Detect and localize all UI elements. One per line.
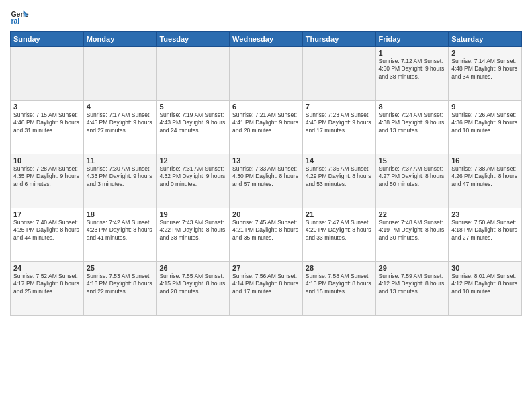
col-header-monday: Monday [83, 32, 157, 47]
day-info: Sunrise: 7:37 AM Sunset: 4:27 PM Dayligh… [379, 165, 446, 188]
calendar-cell: 29Sunrise: 7:59 AM Sunset: 4:12 PM Dayli… [375, 262, 449, 316]
day-number: 2 [451, 49, 519, 57]
day-number: 9 [451, 103, 519, 111]
day-info: Sunrise: 7:30 AM Sunset: 4:33 PM Dayligh… [87, 165, 154, 188]
day-number: 23 [451, 210, 519, 218]
calendar-cell: 22Sunrise: 7:48 AM Sunset: 4:19 PM Dayli… [375, 208, 449, 262]
day-info: Sunrise: 7:45 AM Sunset: 4:21 PM Dayligh… [232, 219, 300, 242]
day-number: 16 [451, 156, 519, 165]
day-info: Sunrise: 7:33 AM Sunset: 4:30 PM Dayligh… [232, 165, 300, 188]
header: Gene ral [10, 7, 522, 26]
day-info: Sunrise: 7:43 AM Sunset: 4:22 PM Dayligh… [159, 219, 226, 242]
day-number: 15 [379, 156, 446, 165]
calendar: SundayMondayTuesdayWednesdayThursdayFrid… [10, 31, 522, 316]
day-info: Sunrise: 7:53 AM Sunset: 4:16 PM Dayligh… [87, 273, 154, 295]
calendar-cell: 15Sunrise: 7:37 AM Sunset: 4:27 PM Dayli… [375, 154, 449, 208]
day-info: Sunrise: 7:56 AM Sunset: 4:14 PM Dayligh… [232, 273, 300, 295]
calendar-cell: 2Sunrise: 7:14 AM Sunset: 4:48 PM Daylig… [449, 47, 522, 101]
svg-text:ral: ral [11, 17, 19, 25]
day-number: 26 [159, 264, 226, 272]
day-number: 5 [159, 103, 226, 111]
calendar-cell: 13Sunrise: 7:33 AM Sunset: 4:30 PM Dayli… [230, 154, 303, 208]
calendar-cell: 23Sunrise: 7:50 AM Sunset: 4:18 PM Dayli… [449, 208, 522, 262]
day-number: 18 [87, 210, 154, 218]
day-info: Sunrise: 7:19 AM Sunset: 4:43 PM Dayligh… [159, 111, 226, 134]
calendar-cell: 16Sunrise: 7:38 AM Sunset: 4:26 PM Dayli… [449, 154, 522, 208]
day-number: 25 [87, 264, 154, 272]
day-info: Sunrise: 7:31 AM Sunset: 4:32 PM Dayligh… [159, 165, 226, 188]
col-header-sunday: Sunday [11, 32, 84, 47]
day-info: Sunrise: 7:40 AM Sunset: 4:25 PM Dayligh… [13, 219, 81, 242]
day-number: 12 [159, 156, 226, 165]
week-row-5: 24Sunrise: 7:52 AM Sunset: 4:17 PM Dayli… [11, 262, 522, 316]
day-number: 7 [306, 103, 373, 111]
col-header-thursday: Thursday [302, 32, 375, 47]
calendar-cell: 12Sunrise: 7:31 AM Sunset: 4:32 PM Dayli… [157, 154, 230, 208]
day-info: Sunrise: 7:50 AM Sunset: 4:18 PM Dayligh… [451, 219, 519, 242]
calendar-cell: 25Sunrise: 7:53 AM Sunset: 4:16 PM Dayli… [83, 262, 157, 316]
day-number: 28 [306, 264, 373, 272]
calendar-cell [11, 47, 84, 101]
day-number: 20 [232, 210, 300, 218]
week-row-3: 10Sunrise: 7:28 AM Sunset: 4:35 PM Dayli… [11, 154, 522, 208]
day-info: Sunrise: 7:23 AM Sunset: 4:40 PM Dayligh… [306, 111, 373, 134]
day-info: Sunrise: 7:52 AM Sunset: 4:17 PM Dayligh… [13, 273, 81, 295]
day-number: 10 [13, 156, 81, 165]
calendar-cell [302, 47, 375, 101]
day-info: Sunrise: 7:59 AM Sunset: 4:12 PM Dayligh… [379, 273, 446, 295]
day-number: 21 [306, 210, 373, 218]
day-info: Sunrise: 7:24 AM Sunset: 4:38 PM Dayligh… [379, 111, 446, 134]
col-header-saturday: Saturday [449, 32, 522, 47]
day-number: 3 [13, 103, 81, 111]
col-header-wednesday: Wednesday [230, 32, 303, 47]
col-header-tuesday: Tuesday [157, 32, 230, 47]
calendar-cell: 21Sunrise: 7:47 AM Sunset: 4:20 PM Dayli… [302, 208, 375, 262]
day-number: 19 [159, 210, 226, 218]
day-number: 14 [306, 156, 373, 165]
week-row-1: 1Sunrise: 7:12 AM Sunset: 4:50 PM Daylig… [11, 47, 522, 101]
day-number: 27 [232, 264, 300, 272]
day-info: Sunrise: 7:47 AM Sunset: 4:20 PM Dayligh… [306, 219, 373, 242]
day-number: 8 [379, 103, 446, 111]
day-number: 30 [451, 264, 519, 272]
day-info: Sunrise: 7:58 AM Sunset: 4:13 PM Dayligh… [306, 273, 373, 295]
day-number: 4 [87, 103, 154, 111]
week-row-4: 17Sunrise: 7:40 AM Sunset: 4:25 PM Dayli… [11, 208, 522, 262]
day-number: 22 [379, 210, 446, 218]
day-info: Sunrise: 7:12 AM Sunset: 4:50 PM Dayligh… [379, 58, 446, 81]
day-number: 13 [232, 156, 300, 165]
calendar-cell: 11Sunrise: 7:30 AM Sunset: 4:33 PM Dayli… [83, 154, 157, 208]
day-info: Sunrise: 7:21 AM Sunset: 4:41 PM Dayligh… [232, 111, 300, 134]
day-info: Sunrise: 7:14 AM Sunset: 4:48 PM Dayligh… [451, 58, 519, 81]
week-row-2: 3Sunrise: 7:15 AM Sunset: 4:46 PM Daylig… [11, 101, 522, 154]
day-info: Sunrise: 7:17 AM Sunset: 4:45 PM Dayligh… [87, 111, 154, 134]
calendar-cell [83, 47, 157, 101]
day-info: Sunrise: 7:42 AM Sunset: 4:23 PM Dayligh… [87, 219, 154, 242]
calendar-cell: 14Sunrise: 7:35 AM Sunset: 4:29 PM Dayli… [302, 154, 375, 208]
logo-icon: Gene ral [10, 7, 29, 26]
day-number: 6 [232, 103, 300, 111]
calendar-cell: 8Sunrise: 7:24 AM Sunset: 4:38 PM Daylig… [375, 101, 449, 154]
day-info: Sunrise: 8:01 AM Sunset: 4:12 PM Dayligh… [451, 273, 519, 295]
day-number: 1 [379, 49, 446, 57]
day-number: 11 [87, 156, 154, 165]
calendar-cell [230, 47, 303, 101]
day-info: Sunrise: 7:38 AM Sunset: 4:26 PM Dayligh… [451, 165, 519, 188]
calendar-cell: 5Sunrise: 7:19 AM Sunset: 4:43 PM Daylig… [157, 101, 230, 154]
calendar-cell [157, 47, 230, 101]
calendar-cell: 7Sunrise: 7:23 AM Sunset: 4:40 PM Daylig… [302, 101, 375, 154]
day-info: Sunrise: 7:55 AM Sunset: 4:15 PM Dayligh… [159, 273, 226, 295]
calendar-header-row: SundayMondayTuesdayWednesdayThursdayFrid… [11, 32, 522, 47]
logo: Gene ral [10, 7, 30, 26]
calendar-cell: 19Sunrise: 7:43 AM Sunset: 4:22 PM Dayli… [157, 208, 230, 262]
calendar-cell: 3Sunrise: 7:15 AM Sunset: 4:46 PM Daylig… [11, 101, 84, 154]
calendar-cell: 6Sunrise: 7:21 AM Sunset: 4:41 PM Daylig… [230, 101, 303, 154]
calendar-cell: 24Sunrise: 7:52 AM Sunset: 4:17 PM Dayli… [11, 262, 84, 316]
day-number: 29 [379, 264, 446, 272]
day-info: Sunrise: 7:35 AM Sunset: 4:29 PM Dayligh… [306, 165, 373, 188]
day-number: 17 [13, 210, 81, 218]
calendar-cell: 18Sunrise: 7:42 AM Sunset: 4:23 PM Dayli… [83, 208, 157, 262]
calendar-cell: 1Sunrise: 7:12 AM Sunset: 4:50 PM Daylig… [375, 47, 449, 101]
calendar-cell: 10Sunrise: 7:28 AM Sunset: 4:35 PM Dayli… [11, 154, 84, 208]
day-number: 24 [13, 264, 81, 272]
